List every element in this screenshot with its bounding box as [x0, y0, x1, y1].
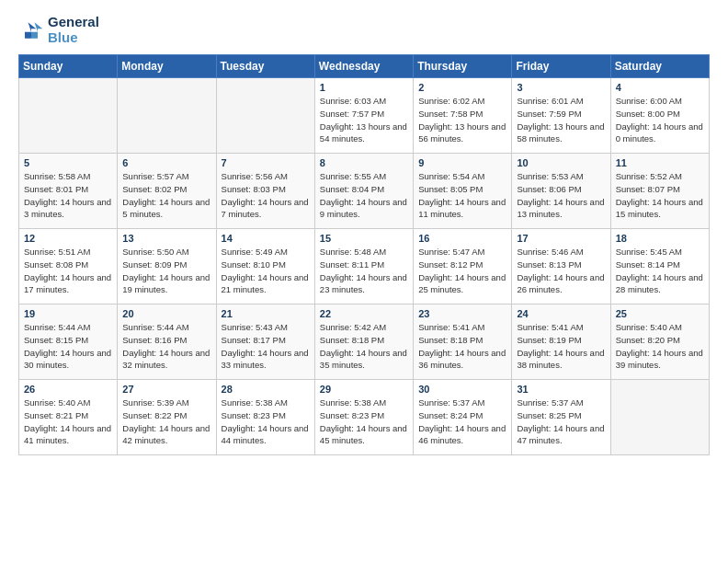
- day-number: 14: [222, 233, 310, 244]
- day-info: Sunrise: 5:38 AMSunset: 8:23 PMDaylight:…: [222, 396, 310, 447]
- day-info: Sunrise: 5:46 AMSunset: 8:13 PMDaylight:…: [517, 246, 605, 296]
- day-number: 19: [24, 308, 112, 319]
- calendar-cell: 31Sunrise: 5:37 AMSunset: 8:25 PMDayligh…: [512, 380, 610, 455]
- day-info: Sunrise: 6:00 AMSunset: 8:00 PMDaylight:…: [616, 95, 704, 145]
- day-number: 4: [616, 82, 704, 93]
- calendar-cell: 26Sunrise: 5:40 AMSunset: 8:21 PMDayligh…: [19, 380, 118, 455]
- day-number: 11: [616, 157, 704, 168]
- day-info: Sunrise: 5:47 AMSunset: 8:12 PMDaylight:…: [418, 246, 506, 296]
- day-info: Sunrise: 5:54 AMSunset: 8:05 PMDaylight:…: [418, 170, 506, 221]
- calendar-cell: 17Sunrise: 5:46 AMSunset: 8:13 PMDayligh…: [512, 229, 610, 304]
- day-info: Sunrise: 5:50 AMSunset: 8:09 PMDaylight:…: [122, 246, 210, 296]
- day-number: 17: [517, 233, 605, 244]
- day-info: Sunrise: 5:39 AMSunset: 8:22 PMDaylight:…: [122, 396, 210, 447]
- day-number: 18: [616, 233, 704, 244]
- calendar-cell: 2Sunrise: 6:02 AMSunset: 7:58 PMDaylight…: [414, 78, 512, 154]
- day-number: 3: [517, 82, 605, 93]
- day-info: Sunrise: 5:37 AMSunset: 8:25 PMDaylight:…: [517, 396, 605, 447]
- day-info: Sunrise: 5:41 AMSunset: 8:19 PMDaylight:…: [517, 321, 605, 372]
- day-info: Sunrise: 5:45 AMSunset: 8:14 PMDaylight:…: [616, 246, 704, 296]
- calendar-cell: [610, 380, 709, 455]
- day-info: Sunrise: 5:51 AMSunset: 8:08 PMDaylight:…: [24, 246, 112, 296]
- calendar-cell: 9Sunrise: 5:54 AMSunset: 8:05 PMDaylight…: [414, 154, 512, 229]
- day-number: 13: [122, 233, 210, 244]
- day-number: 15: [320, 233, 408, 244]
- calendar-cell: [118, 78, 216, 154]
- weekday-header-saturday: Saturday: [610, 55, 709, 78]
- calendar-cell: 10Sunrise: 5:53 AMSunset: 8:06 PMDayligh…: [512, 154, 610, 229]
- day-number: 6: [122, 157, 210, 168]
- day-number: 26: [24, 384, 112, 395]
- weekday-header-sunday: Sunday: [19, 55, 118, 78]
- day-info: Sunrise: 6:01 AMSunset: 7:59 PMDaylight:…: [517, 95, 605, 145]
- weekday-header-tuesday: Tuesday: [216, 55, 314, 78]
- calendar-cell: 6Sunrise: 5:57 AMSunset: 8:02 PMDaylight…: [118, 154, 216, 229]
- day-number: 31: [517, 384, 605, 395]
- day-number: 2: [418, 82, 506, 93]
- calendar-cell: 4Sunrise: 6:00 AMSunset: 8:00 PMDaylight…: [610, 78, 709, 154]
- calendar-cell: 12Sunrise: 5:51 AMSunset: 8:08 PMDayligh…: [19, 229, 118, 304]
- weekday-header-monday: Monday: [118, 55, 216, 78]
- calendar-cell: 1Sunrise: 6:03 AMSunset: 7:57 PMDaylight…: [314, 78, 413, 154]
- calendar-cell: 14Sunrise: 5:49 AMSunset: 8:10 PMDayligh…: [216, 229, 314, 304]
- calendar-cell: 3Sunrise: 6:01 AMSunset: 7:59 PMDaylight…: [512, 78, 610, 154]
- day-number: 12: [24, 233, 112, 244]
- page: General Blue SundayMondayTuesdayWednesda…: [0, 0, 728, 465]
- day-info: Sunrise: 5:42 AMSunset: 8:18 PMDaylight:…: [320, 321, 408, 372]
- day-info: Sunrise: 5:53 AMSunset: 8:06 PMDaylight:…: [517, 170, 605, 221]
- day-info: Sunrise: 5:57 AMSunset: 8:02 PMDaylight:…: [122, 170, 210, 221]
- calendar-cell: 20Sunrise: 5:44 AMSunset: 8:16 PMDayligh…: [118, 304, 216, 380]
- day-number: 28: [222, 384, 310, 395]
- day-info: Sunrise: 6:03 AMSunset: 7:57 PMDaylight:…: [320, 95, 408, 145]
- calendar-cell: 5Sunrise: 5:58 AMSunset: 8:01 PMDaylight…: [19, 154, 118, 229]
- calendar-cell: 22Sunrise: 5:42 AMSunset: 8:18 PMDayligh…: [314, 304, 413, 380]
- calendar-cell: 8Sunrise: 5:55 AMSunset: 8:04 PMDaylight…: [314, 154, 413, 229]
- calendar-cell: 15Sunrise: 5:48 AMSunset: 8:11 PMDayligh…: [314, 229, 413, 304]
- day-info: Sunrise: 5:43 AMSunset: 8:17 PMDaylight:…: [222, 321, 310, 372]
- calendar-cell: 18Sunrise: 5:45 AMSunset: 8:14 PMDayligh…: [610, 229, 709, 304]
- svg-marker-1: [31, 22, 42, 39]
- calendar-table: SundayMondayTuesdayWednesdayThursdayFrid…: [18, 54, 710, 455]
- day-info: Sunrise: 5:52 AMSunset: 8:07 PMDaylight:…: [616, 170, 704, 221]
- calendar-cell: 21Sunrise: 5:43 AMSunset: 8:17 PMDayligh…: [216, 304, 314, 380]
- calendar-cell: 13Sunrise: 5:50 AMSunset: 8:09 PMDayligh…: [118, 229, 216, 304]
- calendar-cell: [19, 78, 118, 154]
- day-number: 9: [418, 157, 506, 168]
- day-number: 5: [24, 157, 112, 168]
- logo: General Blue: [18, 15, 99, 45]
- day-info: Sunrise: 5:58 AMSunset: 8:01 PMDaylight:…: [24, 170, 112, 221]
- day-info: Sunrise: 5:37 AMSunset: 8:24 PMDaylight:…: [418, 396, 506, 447]
- day-number: 24: [517, 308, 605, 319]
- day-number: 30: [418, 384, 506, 395]
- day-number: 10: [517, 157, 605, 168]
- day-info: Sunrise: 5:55 AMSunset: 8:04 PMDaylight:…: [320, 170, 408, 221]
- calendar-cell: 28Sunrise: 5:38 AMSunset: 8:23 PMDayligh…: [216, 380, 314, 455]
- calendar-cell: 24Sunrise: 5:41 AMSunset: 8:19 PMDayligh…: [512, 304, 610, 380]
- day-info: Sunrise: 5:40 AMSunset: 8:20 PMDaylight:…: [616, 321, 704, 372]
- calendar-cell: 29Sunrise: 5:38 AMSunset: 8:23 PMDayligh…: [314, 380, 413, 455]
- calendar-cell: [216, 78, 314, 154]
- calendar-cell: 11Sunrise: 5:52 AMSunset: 8:07 PMDayligh…: [610, 154, 709, 229]
- day-number: 1: [320, 82, 408, 93]
- calendar-cell: 25Sunrise: 5:40 AMSunset: 8:20 PMDayligh…: [610, 304, 709, 380]
- calendar-cell: 19Sunrise: 5:44 AMSunset: 8:15 PMDayligh…: [19, 304, 118, 380]
- day-number: 16: [418, 233, 506, 244]
- day-info: Sunrise: 5:49 AMSunset: 8:10 PMDaylight:…: [222, 246, 310, 296]
- day-info: Sunrise: 6:02 AMSunset: 7:58 PMDaylight:…: [418, 95, 506, 145]
- weekday-header-wednesday: Wednesday: [314, 55, 413, 78]
- day-info: Sunrise: 5:40 AMSunset: 8:21 PMDaylight:…: [24, 396, 112, 447]
- day-number: 23: [418, 308, 506, 319]
- day-number: 25: [616, 308, 704, 319]
- day-number: 20: [122, 308, 210, 319]
- day-number: 27: [122, 384, 210, 395]
- weekday-header-thursday: Thursday: [414, 55, 512, 78]
- header: General Blue: [18, 15, 710, 45]
- day-info: Sunrise: 5:44 AMSunset: 8:15 PMDaylight:…: [24, 321, 112, 372]
- day-info: Sunrise: 5:48 AMSunset: 8:11 PMDaylight:…: [320, 246, 408, 296]
- day-number: 29: [320, 384, 408, 395]
- calendar-cell: 7Sunrise: 5:56 AMSunset: 8:03 PMDaylight…: [216, 154, 314, 229]
- day-number: 21: [222, 308, 310, 319]
- day-info: Sunrise: 5:38 AMSunset: 8:23 PMDaylight:…: [320, 396, 408, 447]
- weekday-header-friday: Friday: [512, 55, 610, 78]
- day-number: 7: [222, 157, 310, 168]
